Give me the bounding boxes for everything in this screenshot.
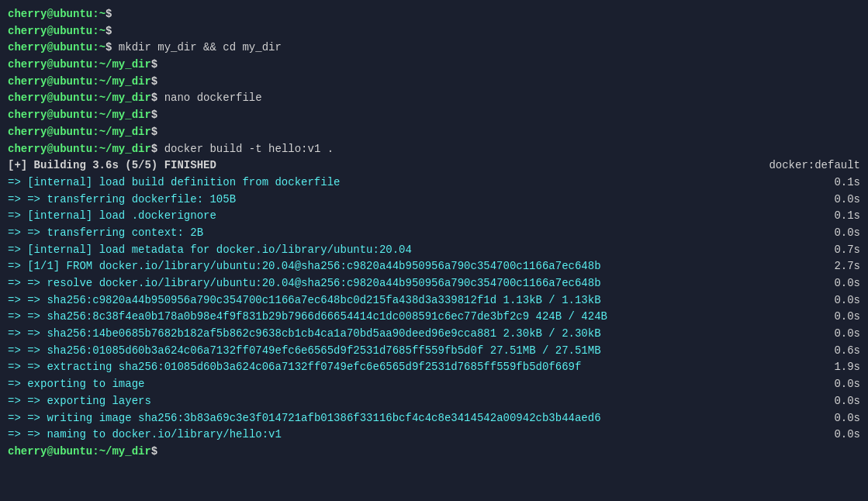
cmd-text: nano dockerfile (157, 90, 261, 107)
inner-arrow: => (21, 225, 40, 242)
prompt-colon: : (92, 57, 99, 74)
step-arrow: => (8, 292, 21, 309)
prompt-dollar: $ (151, 124, 157, 141)
terminal-line: => => sha256:01085d60b3a624c06a7132ff074… (8, 343, 860, 360)
terminal-line: cherry@ubuntu:~$ (8, 23, 860, 40)
step-content: [1/1] FROM docker.io/library/ubuntu:20.0… (21, 258, 601, 275)
prompt-user: cherry@ubuntu (8, 74, 92, 91)
prompt-path: ~ (99, 23, 105, 40)
terminal-line: cherry@ubuntu:~/my_dir$ (8, 444, 860, 461)
prompt-path: ~ (99, 6, 105, 23)
terminal-line: => [internal] load build definition from… (8, 174, 860, 192)
inner-arrow: => (21, 427, 40, 444)
terminal-line: => => extracting sha256:01085d60b3a624c0… (8, 359, 860, 376)
step-content: naming to docker.io/library/hello:v1 (40, 427, 282, 444)
step-arrow: => (8, 174, 21, 192)
inner-arrow: => (21, 410, 40, 427)
prompt-path: ~/my_dir (99, 90, 151, 107)
prompt-user: cherry@ubuntu (8, 57, 92, 74)
step-content: [internal] load build definition from do… (21, 174, 341, 192)
step-content: transferring dockerfile: 105B (40, 192, 236, 209)
step-content: [internal] load metadata for docker.io/l… (21, 242, 412, 259)
terminal-line: => => sha256:c9820a44b950956a790c354700c… (8, 292, 860, 309)
inner-arrow: => (21, 393, 40, 410)
prompt-dollar: $ (105, 6, 112, 23)
prompt-colon: : (92, 40, 99, 57)
step-arrow: => (8, 376, 21, 393)
prompt-user: cherry@ubuntu (8, 107, 92, 124)
prompt-user: cherry@ubuntu (8, 40, 92, 57)
step-time: 0.0s (834, 292, 860, 309)
prompt-user: cherry@ubuntu (8, 23, 92, 40)
prompt-dollar: $ (105, 40, 112, 57)
step-time: 2.7s (834, 258, 860, 275)
step-arrow: => (8, 393, 21, 410)
terminal-line: => => sha256:8c38f4ea0b178a0b98e4f9f831b… (8, 309, 860, 326)
terminal-line: => exporting to image0.0s (8, 376, 860, 393)
prompt-dollar: $ (151, 90, 157, 107)
inner-arrow: => (21, 359, 40, 376)
step-arrow: => (8, 343, 21, 360)
prompt-colon: : (92, 6, 99, 23)
prompt-path: ~/my_dir (99, 57, 151, 74)
step-content: sha256:c9820a44b950956a790c354700c1166a7… (40, 292, 601, 309)
prompt-dollar: $ (151, 141, 157, 158)
prompt-user: cherry@ubuntu (8, 90, 92, 107)
terminal-line: => [internal] load metadata for docker.i… (8, 242, 860, 259)
step-arrow: => (8, 242, 21, 259)
prompt-path: ~/my_dir (99, 74, 151, 91)
prompt-dollar: $ (105, 23, 112, 40)
step-time: 0.1s (834, 174, 860, 192)
step-time: 0.1s (834, 208, 860, 225)
prompt-user: cherry@ubuntu (8, 124, 92, 141)
terminal-line: [+] Building 3.6s (5/5) FINISHEDdocker:d… (8, 157, 860, 174)
prompt-dollar: $ (151, 57, 157, 74)
step-time: 0.0s (834, 410, 860, 427)
build-driver: docker:default (769, 157, 860, 174)
prompt-path: ~/my_dir (99, 141, 151, 158)
terminal: cherry@ubuntu:~$cherry@ubuntu:~$cherry@u… (0, 0, 868, 501)
step-time: 0.0s (834, 192, 860, 209)
prompt-colon: : (92, 23, 99, 40)
inner-arrow: => (21, 292, 40, 309)
step-content: sha256:01085d60b3a624c06a7132ff0749efc6e… (40, 343, 601, 360)
step-time: 0.0s (834, 427, 860, 444)
step-content: [internal] load .dockerignore (21, 208, 216, 225)
terminal-line: cherry@ubuntu:~$ (8, 6, 860, 23)
step-content: sha256:14be0685b7682b182af5b862c9638cb1c… (40, 326, 601, 343)
build-status: [+] Building 3.6s (5/5) FINISHED (8, 157, 216, 174)
terminal-line: => => naming to docker.io/library/hello:… (8, 427, 860, 444)
inner-arrow: => (21, 343, 40, 360)
step-arrow: => (8, 326, 21, 343)
prompt-user: cherry@ubuntu (8, 444, 92, 461)
step-content: resolve docker.io/library/ubuntu:20.04@s… (40, 275, 601, 292)
step-content: sha256:8c38f4ea0b178a0b98e4f9f831b29b796… (40, 309, 607, 326)
terminal-line: cherry@ubuntu:~/my_dir$ nano dockerfile (8, 90, 860, 107)
step-arrow: => (8, 275, 21, 292)
prompt-colon: : (92, 74, 99, 91)
terminal-line: => => exporting layers0.0s (8, 393, 860, 410)
prompt-path: ~/my_dir (99, 444, 151, 461)
step-arrow: => (8, 225, 21, 242)
prompt-colon: : (92, 107, 99, 124)
terminal-line: => => transferring context: 2B0.0s (8, 225, 860, 242)
step-content: exporting layers (40, 393, 151, 410)
terminal-line: cherry@ubuntu:~/my_dir$ (8, 107, 860, 124)
terminal-line: => [1/1] FROM docker.io/library/ubuntu:2… (8, 258, 860, 275)
step-arrow: => (8, 258, 21, 275)
prompt-colon: : (92, 124, 99, 141)
terminal-line: cherry@ubuntu:~/my_dir$ docker build -t … (8, 141, 860, 158)
inner-arrow: => (21, 192, 40, 209)
terminal-line: => => writing image sha256:3b83a69c3e3f0… (8, 410, 860, 427)
step-arrow: => (8, 427, 21, 444)
inner-arrow: => (21, 326, 40, 343)
terminal-line: => => transferring dockerfile: 105B0.0s (8, 192, 860, 209)
cmd-text: docker build -t hello:v1 . (157, 141, 334, 158)
prompt-path: ~/my_dir (99, 107, 151, 124)
step-time: 0.0s (834, 225, 860, 242)
inner-arrow: => (21, 275, 40, 292)
step-time: 0.0s (834, 309, 860, 326)
step-arrow: => (8, 192, 21, 209)
step-content: extracting sha256:01085d60b3a624c06a7132… (40, 359, 581, 376)
step-time: 1.9s (834, 359, 860, 376)
